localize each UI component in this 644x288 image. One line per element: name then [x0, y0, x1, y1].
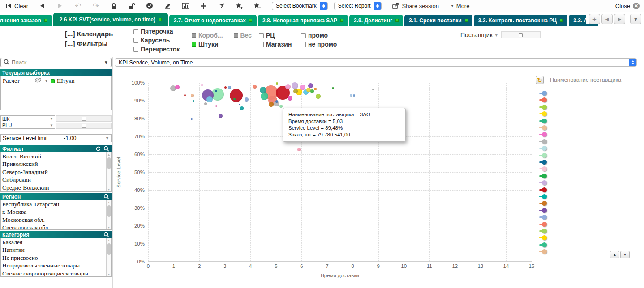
shk-checkbox[interactable] [82, 117, 86, 121]
field-row-plu[interactable]: PLU▼ [1, 122, 55, 128]
data-bubble[interactable] [297, 148, 301, 151]
supplier-filter[interactable]: Поставщик ▾ [460, 31, 541, 38]
legend-marker[interactable] [539, 194, 547, 199]
remove-bookmark-star-icon[interactable] [253, 2, 261, 10]
more-menu-button[interactable]: ▼ More [451, 3, 470, 9]
data-bubble[interactable] [293, 89, 298, 93]
list-item[interactable]: Средне-Волжский [1, 184, 106, 191]
search-icon[interactable] [103, 193, 110, 200]
filter-checkbox-row[interactable]: Вес [234, 32, 252, 39]
legend-refresh-icon[interactable]: ↻ [536, 76, 544, 84]
flag-icon[interactable] [217, 2, 225, 10]
search-input[interactable] [12, 59, 102, 66]
data-bubble[interactable] [191, 94, 194, 97]
checkbox-icon[interactable] [301, 42, 306, 47]
filter-checkbox-row[interactable]: промо [301, 32, 337, 39]
scroll-thumb[interactable] [107, 205, 111, 217]
scroll-up-icon[interactable]: ▲ [107, 238, 111, 242]
data-bubble[interactable] [206, 96, 213, 102]
lock-icon[interactable] [110, 2, 118, 10]
legend-marker[interactable] [539, 160, 547, 165]
data-bubble[interactable] [175, 85, 180, 89]
legend-scroll-down-button[interactable]: ▼ [620, 251, 630, 258]
data-bubble[interactable] [308, 83, 313, 88]
listbox-header[interactable]: Филиал [0, 145, 112, 152]
scroll-up-icon[interactable]: ▲ [107, 200, 111, 204]
state-square-icon[interactable] [192, 42, 196, 47]
data-bubble[interactable] [288, 96, 292, 101]
plu-checkbox[interactable] [82, 124, 86, 128]
back-button[interactable] [38, 2, 46, 10]
add-object-icon[interactable] [199, 2, 207, 10]
scroll-down-icon[interactable]: ▼ [107, 187, 111, 191]
data-bubble[interactable] [240, 106, 244, 110]
plu-value-box[interactable] [56, 123, 112, 129]
legend-marker[interactable] [539, 111, 547, 116]
list-item[interactable]: Уральский [1, 191, 106, 192]
data-bubble[interactable] [239, 104, 240, 105]
search-icon[interactable] [103, 231, 110, 238]
undo-icon[interactable]: ↶ [74, 2, 82, 10]
supplier-checkbox[interactable] [519, 33, 523, 37]
scroll-up-icon[interactable]: ▲ [107, 152, 111, 157]
state-square-icon[interactable] [234, 33, 238, 38]
forward-button[interactable] [56, 2, 64, 10]
sheet-tab[interactable]: 2.9. Делистинг [349, 15, 403, 26]
data-bubble[interactable] [228, 86, 231, 89]
check-circle-icon[interactable] [146, 2, 154, 10]
filter-checkbox-row[interactable]: Карусель [133, 37, 180, 44]
data-bubble[interactable] [306, 88, 311, 92]
add-bookmark-star-icon[interactable] [235, 2, 243, 10]
legend-marker[interactable] [539, 125, 547, 130]
share-session-button[interactable]: Share session [391, 2, 438, 10]
list-item[interactable]: г. Москва [1, 208, 106, 216]
chart-icon[interactable] [181, 2, 189, 10]
legend-marker[interactable] [539, 105, 547, 110]
close-button[interactable]: Close ✕ [615, 3, 640, 9]
data-bubble[interactable] [310, 89, 314, 93]
list-item[interactable]: Непродовольственные товары [1, 262, 106, 269]
list-item[interactable]: Северо-Западный [1, 168, 106, 176]
list-item[interactable]: Московская обл. [1, 216, 106, 224]
legend-marker[interactable] [539, 132, 547, 137]
checkbox-icon[interactable] [133, 47, 138, 52]
filters-link[interactable]: [...] Фильтры [65, 39, 113, 49]
list-item[interactable]: Бакалея [1, 238, 106, 246]
data-bubble[interactable] [353, 94, 355, 97]
legend-marker[interactable] [539, 180, 547, 185]
state-square-icon[interactable] [192, 33, 196, 38]
data-bubble[interactable] [285, 84, 291, 89]
data-bubble[interactable] [253, 85, 257, 89]
data-bubble[interactable] [184, 94, 186, 96]
legend-marker[interactable] [539, 242, 547, 247]
data-bubble[interactable] [191, 118, 193, 120]
filter-checkbox-row[interactable]: Перекресток [133, 46, 180, 53]
add-tab-button[interactable]: + [589, 14, 600, 24]
search-icon[interactable] [103, 145, 110, 152]
legend-marker[interactable] [539, 187, 547, 192]
scroll-thumb[interactable] [107, 243, 111, 255]
list-item[interactable]: Республика Татарстан [1, 200, 106, 208]
checkbox-icon[interactable] [301, 33, 306, 38]
edit-pen-icon[interactable] [163, 2, 172, 10]
legend-marker[interactable] [539, 235, 547, 240]
data-bubble[interactable] [201, 84, 203, 86]
chevron-down-icon[interactable]: ▼ [44, 79, 48, 83]
data-bubble[interactable] [332, 87, 334, 89]
listbox-header[interactable]: Категория [0, 231, 112, 238]
data-bubble[interactable] [316, 94, 321, 99]
calendar-link[interactable]: [...] Календарь [65, 29, 113, 39]
filter-checkbox-row[interactable]: Пятерочка [133, 28, 180, 35]
legend-marker[interactable] [539, 119, 547, 123]
data-bubble[interactable] [276, 82, 278, 85]
data-bubble[interactable] [215, 105, 217, 107]
data-bubble[interactable] [193, 100, 194, 102]
data-bubble[interactable] [279, 105, 283, 108]
legend-scroll-up-button[interactable]: ▲ [610, 251, 619, 258]
refresh-icon[interactable] [95, 145, 102, 152]
legend-marker[interactable] [539, 215, 547, 220]
list-item[interactable]: Свежие скоропортящиеся товары [1, 270, 106, 277]
select-bookmark-dropdown[interactable]: Select Bookmark [272, 2, 328, 10]
listbox-scrollbar[interactable]: ▲▼ [106, 152, 111, 191]
checkbox-icon[interactable] [259, 33, 264, 38]
